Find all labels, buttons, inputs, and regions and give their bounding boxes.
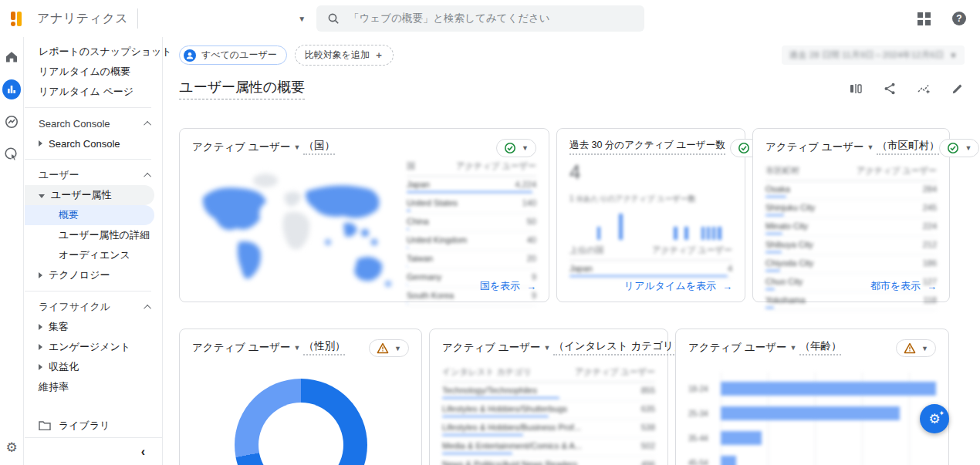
sidebar-divider xyxy=(25,159,151,160)
search-icon xyxy=(327,12,340,25)
admin-gear-icon[interactable]: ⚙ xyxy=(5,440,17,456)
card-active-users-by-city: アクティブ ユーザー▼ （市区町村） ▼ 市区町村アクティブ ユーザーOsaka… xyxy=(752,128,950,302)
sidebar-item-エンゲージメント[interactable]: エンゲージメント xyxy=(25,337,162,357)
age-tick-label: 45-54 xyxy=(688,456,721,465)
table-row: United States140 xyxy=(407,195,536,214)
card-title: アクティブ ユーザー▼ （市区町村） xyxy=(765,139,939,155)
triangle-right-icon[interactable] xyxy=(39,344,42,350)
table-row: Minato City224 xyxy=(765,218,937,237)
badge-caret-icon: ▼ xyxy=(394,345,401,352)
minute-bar xyxy=(663,238,667,240)
minute-bar xyxy=(635,238,639,240)
collapse-sidebar-icon[interactable]: ‹ xyxy=(141,446,145,458)
share-icon[interactable] xyxy=(883,82,897,96)
analytics-assistant-fab[interactable]: ⚙ ✦ xyxy=(920,404,949,433)
main-content: すべてのユーザー 比較対象を追加 ＋ 過去 28 日間 11月9日～2024年1… xyxy=(164,37,980,465)
search-input[interactable]: 「ウェブの概要」と検索してみてください xyxy=(316,5,644,32)
metric-caret-icon[interactable]: ▼ xyxy=(543,344,550,352)
minute-bar xyxy=(597,227,601,240)
advertising-icon[interactable] xyxy=(2,145,21,163)
user-segment-icon xyxy=(184,49,196,62)
library-label: ライブラリ xyxy=(59,419,110,433)
report-nav-sidebar: レポートのスナップショットリアルタイムの概要リアルタイム ページSearch C… xyxy=(25,37,163,465)
sidebar-item-オーディエンス[interactable]: オーディエンス xyxy=(25,245,162,265)
sidebar-item-収益化[interactable]: 収益化 xyxy=(25,357,162,377)
metric-caret-icon[interactable]: ▼ xyxy=(867,143,874,151)
metric-caret-icon[interactable]: ▼ xyxy=(293,344,300,352)
app-title: アナリティクス xyxy=(37,11,128,27)
add-comparison-chip[interactable]: 比較対象を追加 ＋ xyxy=(295,45,394,66)
diagnostics-grid-icon[interactable] xyxy=(917,12,931,25)
card-active-users-by-interest: アクティブ ユーザー▼ （インタレスト カテゴリ） ▼ インタレスト カテゴリア… xyxy=(429,329,668,465)
card-active-users-by-country: アクティブ ユーザー▼ （国） ▼ xyxy=(179,128,549,302)
insights-icon[interactable] xyxy=(917,82,931,96)
data-quality-badge[interactable]: ▼ xyxy=(369,339,409,357)
minute-bar xyxy=(603,238,607,240)
table-row: Lifestyles & Hobbies/Shutterbugs635 xyxy=(442,401,655,420)
minute-bar xyxy=(647,238,651,240)
sidebar-item-Search Console[interactable]: Search Console xyxy=(25,133,162,153)
library-folder-icon xyxy=(39,420,51,431)
property-selector-caret-icon[interactable]: ▼ xyxy=(298,15,306,23)
sidebar-item-レポートのスナップショット[interactable]: レポートのスナップショット xyxy=(25,42,162,62)
view-countries-link[interactable]: 国を表示→ xyxy=(480,279,536,293)
sidebar-item-維持率[interactable]: 維持率 xyxy=(25,377,162,397)
minute-bar xyxy=(630,238,634,240)
view-cities-link[interactable]: 都市を表示→ xyxy=(870,279,937,293)
metric-caret-icon[interactable]: ▼ xyxy=(293,143,300,151)
sidebar-item-ユーザー属性の詳細[interactable]: ユーザー属性の詳細 xyxy=(25,225,162,245)
edit-pencil-icon[interactable] xyxy=(951,82,965,96)
data-quality-badge[interactable]: ▼ xyxy=(896,339,936,357)
table-row: Japan4 xyxy=(569,261,732,279)
table-row: China50 xyxy=(407,214,536,232)
minute-bar xyxy=(712,227,716,240)
chevron-up-icon[interactable] xyxy=(144,304,151,312)
sidebar-item-テクノロジー[interactable]: テクノロジー xyxy=(25,265,162,285)
sidebar-item-library[interactable]: ライブラリ xyxy=(25,414,162,437)
date-range-text: 過去 28 日間 11月9日～2024年12月6日 xyxy=(789,49,944,61)
home-icon[interactable] xyxy=(2,48,21,66)
triangle-right-icon[interactable] xyxy=(39,364,42,370)
card-title: アクティブ ユーザー▼ （インタレスト カテゴリ） xyxy=(442,339,684,355)
reports-icon[interactable] xyxy=(2,80,21,99)
sidebar-divider xyxy=(25,107,151,108)
minute-bar xyxy=(591,238,595,240)
help-icon[interactable]: ? xyxy=(952,12,966,25)
minute-bar xyxy=(679,238,683,240)
sidebar-section-ライフサイクル[interactable]: ライフサイクル xyxy=(25,297,162,317)
chevron-up-icon[interactable] xyxy=(144,120,151,128)
date-range-selector[interactable]: 過去 28 日間 11月9日～2024年12月6日 ▼ xyxy=(782,45,965,65)
compare-reports-icon[interactable] xyxy=(849,82,863,96)
triangle-right-icon[interactable] xyxy=(39,324,42,330)
app-header: アナリティクス ▼ 「ウェブの概要」と検索してみてください ? xyxy=(0,0,980,37)
minute-bar xyxy=(674,227,678,240)
triangle-down-icon[interactable] xyxy=(39,194,45,198)
sidebar-item-概要[interactable]: 概要 xyxy=(25,205,154,225)
table-row: Shinjuku City245 xyxy=(765,200,937,218)
sidebar-section-Search Console[interactable]: Search Console xyxy=(25,113,162,133)
table-row: News & Politics/Avid News Readers496 xyxy=(442,457,655,465)
triangle-right-icon[interactable] xyxy=(39,272,42,278)
left-rail: ⚙ xyxy=(0,37,24,465)
sidebar-item-集客[interactable]: 集客 xyxy=(25,317,162,337)
data-quality-badge[interactable]: ▼ xyxy=(939,139,979,157)
all-users-chip[interactable]: すべてのユーザー xyxy=(179,45,287,65)
realtime-user-count: 4 xyxy=(569,160,732,184)
metric-caret-icon[interactable]: ▼ xyxy=(789,344,796,352)
sidebar-item-ユーザー属性[interactable]: ユーザー属性 xyxy=(25,185,154,205)
triangle-right-icon[interactable] xyxy=(39,140,42,147)
explore-icon[interactable] xyxy=(2,113,21,131)
view-realtime-link[interactable]: リアルタイムを表示→ xyxy=(624,279,732,293)
data-quality-badge[interactable]: ▼ xyxy=(496,139,536,157)
sidebar-item-リアルタイムの概要[interactable]: リアルタイムの概要 xyxy=(25,62,162,82)
table-row: Osaka284 xyxy=(765,181,937,200)
card-title: アクティブ ユーザー▼ （国） xyxy=(192,139,335,155)
sidebar-item-リアルタイム ページ[interactable]: リアルタイム ページ xyxy=(25,82,162,102)
minute-bar xyxy=(707,227,711,240)
analytics-logo-icon[interactable] xyxy=(11,11,29,26)
sidebar-section-ユーザー[interactable]: ユーザー xyxy=(25,165,162,185)
minute-bar xyxy=(718,227,721,240)
table-row: Taiwan20 xyxy=(407,251,536,269)
chevron-up-icon[interactable] xyxy=(144,172,151,180)
add-comparison-label: 比較対象を追加 xyxy=(305,49,370,62)
